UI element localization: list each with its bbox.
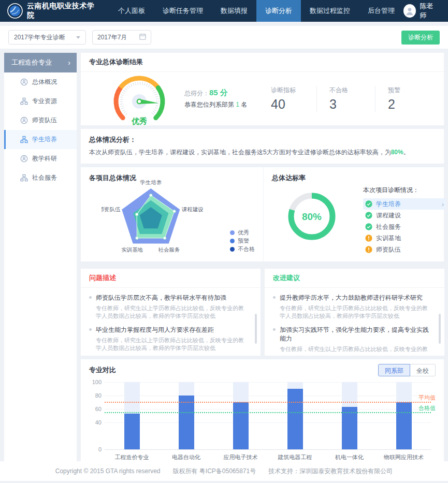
suggestions-body: 提升教师学历水平，大力鼓励教师进行科研学术研究专任教师，研究生以上学历教师占比比…	[265, 288, 444, 353]
sidebar: 工程造价专业 › 总体概况专业资源师资队伍学生培养教学科研社会服务	[4, 53, 77, 461]
y-tick-0: 0	[89, 446, 102, 452]
reference-line-2	[105, 412, 431, 413]
charts-card: 各项目总体情况 学生培养 课程建设 社会服务 实训基地 师资	[81, 167, 444, 261]
footer: Copyright © 2015 GTA rights reserved 版权所…	[0, 461, 448, 481]
sidebar-item-5[interactable]: 教学科研	[4, 149, 77, 168]
stat-label: 不合格	[329, 86, 375, 95]
suggestion-item-2: 加强实习实践环节，强化学生能力要求，提高专业实践能力专任教师，研究生以上学历教师…	[273, 326, 431, 353]
diagnosis-item-4[interactable]: 实训基地	[363, 232, 446, 244]
stat-value: 2	[388, 97, 433, 112]
sitemap-icon	[20, 136, 28, 143]
bar-4	[287, 389, 303, 449]
problems-title: 问题描述	[81, 269, 261, 288]
sidebar-item-6[interactable]: 社会服务	[4, 168, 77, 187]
summary-card: 专业总体诊断结果 优秀	[81, 53, 444, 125]
school-logo-icon	[7, 3, 23, 19]
stat-label: 诊断指标	[271, 86, 316, 95]
analysis-text-after: 。	[403, 149, 410, 156]
user-menu[interactable]: 陈老师	[403, 2, 439, 20]
scrollbar-thumb[interactable]	[439, 314, 441, 344]
diagnosis-item-2[interactable]: 课程建设	[363, 210, 446, 221]
problem-item-content: 毕业生能力掌握程度与用人方要求存在差距专任教师，研究生以上学历教师占比比较低，反…	[96, 326, 247, 352]
bar-1	[124, 414, 140, 449]
nav-tab-6[interactable]: 后台管理	[359, 0, 403, 22]
nav-tab-2[interactable]: 诊断任务管理	[154, 0, 212, 22]
diagnosis-item-label: 社会服务	[376, 223, 401, 231]
gridline-80	[105, 396, 431, 396]
comparison-card: 专业对比 同系部全校 1008060400工程造价专业电器自动化应用电子技术建筑…	[81, 359, 444, 463]
diagnosis-list-title: 本次项目诊断情况：	[363, 186, 446, 195]
gridline-40	[105, 422, 431, 423]
calendar-icon	[139, 33, 146, 41]
date-picker[interactable]: 2017年7月	[92, 30, 151, 45]
problem-item-1: 师资队伍学历层次不高，教学科研水平有待加强专任教师，研究生以上学历教师占比比较低…	[89, 294, 247, 320]
warning-circle-icon	[365, 246, 372, 253]
scrollbar-thumb[interactable]	[255, 314, 257, 344]
user-circle-icon	[20, 116, 28, 124]
radar-axis-label: 师资队伍	[102, 207, 121, 212]
item-desc: 专任教师，研究生以上学历教师占比比较低，反映专业的教学人员数据占比较高，教师的学…	[280, 304, 431, 320]
donut-percent: 80%	[302, 211, 322, 222]
radar-panel: 各项目总体情况 学生培养 课程建设 社会服务 实训基地 师资	[81, 167, 264, 261]
item-title: 加强实习实践环节，强化学生能力要求，提高专业实践能力	[280, 326, 431, 343]
diagnosis-item-1[interactable]: 学生培养›	[363, 198, 446, 210]
gridline-0	[105, 449, 431, 450]
chevron-down-icon	[76, 36, 80, 39]
sitemap-icon	[20, 174, 28, 182]
legend-label: 预警	[238, 237, 249, 245]
filter-bar: 2017学年专业诊断 2017年7月 诊断分析	[0, 26, 448, 49]
problems-suggestions-row: 问题描述 师资队伍学历层次不高，教学科研水平有待加强专任教师，研究生以上学历教师…	[81, 269, 444, 356]
nav-tab-1[interactable]: 个人面板	[109, 0, 154, 22]
nav-tab-3[interactable]: 数据填报	[212, 0, 256, 22]
donut-title: 总体达标率	[272, 173, 306, 183]
x-label-2: 电器自动化	[160, 453, 213, 461]
sidebar-item-label: 社会服务	[32, 173, 57, 182]
problems-body: 师资队伍学历层次不高，教学科研水平有待加强专任教师，研究生以上学历教师占比比较低…	[81, 288, 261, 353]
nav-tab-5[interactable]: 数据过程监控	[301, 0, 359, 22]
diagnosis-analysis-button[interactable]: 诊断分析	[401, 31, 440, 45]
stat-2: 不合格3	[316, 86, 375, 112]
toggle-1[interactable]: 同系部	[378, 364, 410, 376]
rank-suffix: 名	[239, 101, 247, 108]
legend-dot-icon	[230, 239, 235, 243]
x-label-5: 机电一体化	[323, 453, 377, 461]
term-select[interactable]: 2017学年专业诊断	[8, 30, 86, 45]
legend-dot-icon	[230, 230, 235, 235]
suggestions-title: 改进建议	[265, 269, 444, 288]
sidebar-item-3[interactable]: 师资队伍	[4, 111, 77, 130]
item-desc: 专任教师，研究生以上学历教师占比比较低，反映专业的教学人员数据占比较高，教师的学…	[96, 304, 247, 320]
gridline-100	[105, 382, 431, 383]
analysis-title: 总体情况分析：	[89, 135, 436, 144]
sidebar-item-1[interactable]: 总体概况	[4, 72, 77, 92]
toggle-2[interactable]: 全校	[410, 364, 436, 376]
nav-tab-4[interactable]: 诊断分析	[256, 0, 301, 22]
sidebar-item-4[interactable]: 学生培养	[4, 130, 77, 149]
donut-panel: 总体达标率 80% 本次项目诊断情况： 学生培养›课程建设社会服务实训基地师资队…	[264, 167, 444, 261]
donut-chart: 80%	[283, 188, 340, 245]
item-title: 师资队伍学历层次不高，教学科研水平有待加强	[96, 294, 247, 302]
suggestion-item-1: 提升教师学历水平，大力鼓励教师进行科研学术研究专任教师，研究生以上学历教师占比比…	[273, 294, 431, 320]
x-label-6: 物联网应用技术	[377, 453, 431, 461]
sidebar-major-header[interactable]: 工程造价专业 ›	[4, 53, 77, 72]
sidebar-items: 总体概况专业资源师资队伍学生培养教学科研社会服务	[4, 72, 77, 187]
radar-axis-label: 实训基地	[121, 247, 143, 253]
suggestion-item-content: 提升教师学历水平，大力鼓励教师进行科研学术研究专任教师，研究生以上学历教师占比比…	[280, 294, 431, 320]
page: 云南机电职业技术学院 个人面板诊断任务管理数据填报诊断分析数据过程监控后台管理 …	[0, 0, 448, 483]
user-circle-icon	[20, 78, 28, 86]
diagnosis-item-5[interactable]: 师资队伍	[363, 244, 446, 255]
gridline-60	[105, 409, 431, 409]
analysis-text: 本次从师资队伍，学生培养，课程建设，实训基地，社会服务这5大方面对专业进修诊断总…	[89, 148, 436, 157]
diagnosis-item-3[interactable]: 社会服务	[363, 221, 446, 232]
sitemap-icon	[20, 97, 28, 105]
y-tick-60: 60	[89, 406, 102, 412]
analysis-card: 总体情况分析： 本次从师资队伍，学生培养，课程建设，实训基地，社会服务这5大方面…	[81, 129, 444, 164]
legend-item-1: 优秀	[230, 228, 255, 237]
stat-label: 预警	[388, 86, 433, 95]
x-label-4: 建筑电器工程	[268, 453, 322, 461]
sidebar-item-2[interactable]: 专业资源	[4, 92, 77, 111]
top-navbar: 云南机电职业技术学院 个人面板诊断任务管理数据填报诊断分析数据过程监控后台管理 …	[0, 0, 448, 22]
suggestions-card: 改进建议 提升教师学历水平，大力鼓励教师进行科研学术研究专任教师，研究生以上学历…	[265, 269, 444, 356]
sidebar-item-label: 总体概况	[32, 78, 57, 86]
legend-item-2: 预警	[230, 237, 255, 245]
stat-1: 诊断指标40	[258, 86, 316, 112]
